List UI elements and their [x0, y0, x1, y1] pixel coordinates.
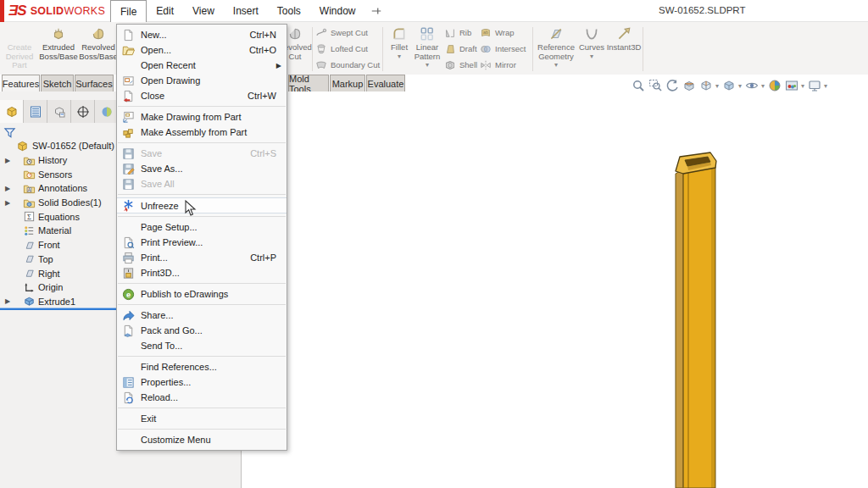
svg-text:e: e — [125, 290, 130, 298]
swept-cut-button[interactable]: Swept Cut — [315, 25, 380, 40]
chevron-down-icon[interactable]: ▾ — [801, 82, 804, 90]
shell — [444, 59, 456, 71]
file-menu-customize-menu[interactable]: Customize Menu — [117, 432, 287, 447]
file-menu-publish-to-edrawings[interactable]: ePublish to eDrawings — [117, 286, 287, 302]
menubar-view[interactable]: View — [183, 0, 224, 22]
shell-label: Shell — [459, 60, 477, 69]
previous-view-button[interactable] — [665, 78, 680, 93]
revolved-boss-base-button[interactable]: Revolved Boss/Base — [79, 25, 118, 72]
tab-sketch[interactable]: Sketch — [41, 75, 74, 92]
file-menu-close[interactable]: CloseCtrl+W — [117, 88, 287, 103]
apply-scene-button[interactable] — [784, 78, 799, 93]
expand-arrow-icon[interactable]: ▶ — [5, 297, 12, 305]
wrap-button[interactable]: abWrap — [480, 25, 526, 40]
chevron-down-icon[interactable]: ▾ — [715, 82, 719, 90]
file-menu-share[interactable]: Share... — [117, 308, 287, 323]
menu-item-label: Save — [141, 148, 162, 158]
expand-arrow-icon[interactable]: ▶ — [5, 185, 12, 192]
file-menu-unfreeze[interactable]: Unfreeze — [117, 197, 287, 214]
display-style-button[interactable] — [721, 78, 737, 93]
file-menu-make-assembly-from-part[interactable]: Make Assembly from Part — [117, 125, 287, 140]
view-orientation-button[interactable] — [698, 78, 714, 93]
file-menu-open[interactable]: Open...Ctrl+O — [117, 42, 287, 58]
curves-button[interactable]: Curves▾ — [578, 25, 605, 72]
configurationmanager — [53, 105, 66, 119]
panel-tab-featuremanager-tree[interactable] — [0, 100, 24, 123]
expand-arrow-icon[interactable]: ▶ — [5, 157, 12, 164]
edit-appearance-button[interactable] — [767, 78, 782, 93]
mirror-button[interactable]: Mirror — [480, 58, 526, 72]
tree-filter-button[interactable] — [3, 125, 16, 139]
chevron-down-icon[interactable]: ▾ — [554, 62, 558, 69]
reference-geometry-button[interactable]: Reference Geometry▾ — [536, 25, 576, 72]
zoom-to-area-button[interactable] — [648, 78, 663, 93]
linear-pattern-button[interactable]: Linear Pattern▾ — [412, 25, 442, 72]
zoom-to-fit-button[interactable] — [631, 78, 646, 93]
graphics-area[interactable] — [242, 92, 868, 488]
plane — [23, 267, 36, 280]
menubar-tools[interactable]: Tools — [268, 0, 310, 22]
fillet-button[interactable]: Fillet▾ — [386, 25, 413, 72]
file-menu-pack-and-go[interactable]: Pack and Go... — [117, 323, 287, 338]
file-menu-open-recent[interactable]: Open Recent▶ — [117, 58, 287, 73]
file-menu-print-preview[interactable]: Print Preview... — [117, 235, 287, 250]
draft — [444, 43, 456, 55]
file-menu-make-drawing-from-part[interactable]: Make Drawing from Part — [117, 109, 287, 125]
hide-show-items-button[interactable] — [744, 78, 760, 93]
chevron-down-icon[interactable]: ▾ — [398, 53, 401, 60]
open-drawing — [122, 75, 135, 87]
chevron-down-icon[interactable]: ▾ — [590, 53, 593, 60]
shell-button[interactable]: Shell — [444, 58, 477, 72]
tab-markup[interactable]: Markup — [330, 75, 365, 92]
lofted-cut-label: Lofted Cut — [331, 44, 368, 53]
section-view-button[interactable] — [682, 78, 697, 93]
file-menu-new[interactable]: New...Ctrl+N — [117, 27, 287, 42]
file-menu-page-setup[interactable]: Page Setup... — [117, 219, 287, 235]
file-menu-find-references[interactable]: Find References... — [117, 359, 287, 374]
tab-mold-tools[interactable]: Mold Tools — [288, 75, 329, 92]
view-settings-button[interactable] — [807, 78, 822, 93]
chevron-down-icon[interactable]: ▾ — [824, 82, 827, 90]
pin-menubar-button[interactable] — [370, 0, 382, 22]
panel-tab-displaymanager[interactable] — [95, 100, 119, 123]
chevron-down-icon[interactable]: ▾ — [426, 62, 429, 69]
file-dropdown-menu: New...Ctrl+NOpen...Ctrl+OOpen Recent▶Ope… — [116, 24, 287, 451]
panel-tab-configurationmanager[interactable] — [47, 100, 71, 123]
logo-solid: SOLID — [31, 5, 64, 17]
menu-item-label: Reload... — [141, 392, 178, 402]
menu-shortcut: Ctrl+O — [249, 45, 276, 55]
intersect-button[interactable]: Intersect — [480, 42, 526, 56]
file-menu-properties[interactable]: Properties... — [117, 374, 287, 390]
menubar-window[interactable]: Window — [310, 0, 365, 22]
file-menu-exit[interactable]: Exit — [117, 411, 287, 426]
boundary-cut-button[interactable]: Boundary Cut — [315, 58, 380, 72]
draft-button[interactable]: Draft — [444, 42, 477, 56]
make-assembly-from-part — [122, 126, 135, 139]
lofted-cut-button[interactable]: Lofted Cut — [315, 42, 380, 56]
file-menu-open-drawing[interactable]: Open Drawing — [117, 73, 287, 88]
menu-item-label: Make Assembly from Part — [141, 127, 247, 137]
panel-tab-dimxpertmanager[interactable] — [71, 100, 95, 123]
tab-features[interactable]: Features — [2, 75, 40, 92]
tab-surfaces[interactable]: Surfaces — [75, 75, 114, 92]
chevron-down-icon[interactable]: ▾ — [738, 82, 742, 90]
file-menu-print[interactable]: Print...Ctrl+P — [117, 250, 287, 265]
model-rectangular-tube[interactable] — [671, 151, 721, 488]
material — [23, 225, 36, 237]
menubar-insert[interactable]: Insert — [224, 0, 268, 22]
file-menu-reload[interactable]: Reload... — [117, 390, 287, 405]
extruded-boss-base-button[interactable]: Extruded Boss/Base — [39, 25, 78, 72]
tab-evaluate[interactable]: Evaluate — [366, 75, 405, 92]
panel-tab-propertymanager[interactable] — [24, 100, 47, 123]
file-menu-save-as[interactable]: Save As... — [117, 161, 287, 176]
menubar-edit[interactable]: Edit — [147, 0, 183, 22]
extruded-boss-base — [51, 26, 66, 42]
file-menu-print3d[interactable]: Print3D... — [117, 265, 287, 280]
filter-funnel-icon — [3, 126, 16, 139]
instant3d-button[interactable]: Instant3D — [605, 25, 643, 72]
expand-arrow-icon[interactable]: ▶ — [5, 199, 12, 207]
menubar-file[interactable]: File — [110, 0, 147, 22]
chevron-down-icon[interactable]: ▾ — [761, 82, 765, 90]
rib-button[interactable]: Rib — [444, 25, 477, 40]
file-menu-send-to[interactable]: Send To... — [117, 338, 287, 353]
